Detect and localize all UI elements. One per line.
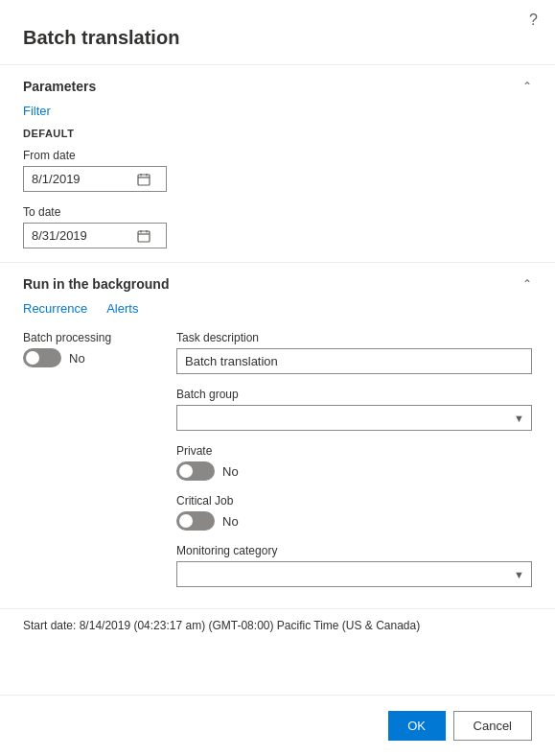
cancel-button[interactable]: Cancel	[453, 711, 532, 741]
to-date-calendar-icon[interactable]	[129, 225, 158, 247]
batch-processing-toggle-row: No	[23, 348, 157, 367]
batch-processing-slider	[23, 348, 61, 367]
critical-job-toggle-label: No	[222, 514, 239, 529]
parameters-title: Parameters	[23, 79, 96, 94]
from-date-field: From date	[23, 149, 532, 192]
from-date-calendar-icon[interactable]	[129, 169, 158, 190]
parameters-section: Parameters ⌃ Filter DEFAULT From date To…	[0, 65, 555, 248]
batch-group-select[interactable]	[176, 405, 532, 431]
batch-group-select-wrapper: ▼	[176, 405, 532, 431]
parameters-header[interactable]: Parameters ⌃	[23, 65, 532, 104]
status-text: Start date: 8/14/2019 (04:23:17 am) (GMT…	[23, 619, 420, 632]
critical-job-label: Critical Job	[176, 494, 532, 508]
batch-processing-label: Batch processing	[23, 331, 157, 344]
from-date-label: From date	[23, 149, 532, 162]
task-description-input[interactable]	[176, 348, 532, 374]
critical-job-slider	[176, 511, 215, 531]
monitoring-category-select[interactable]	[176, 561, 532, 587]
batch-group-label: Batch group	[176, 388, 532, 401]
task-description-label: Task description	[176, 331, 532, 344]
private-toggle-row: No	[176, 461, 532, 481]
run-in-background-chevron-icon: ⌃	[522, 277, 532, 291]
to-date-input-wrapper[interactable]	[23, 223, 167, 248]
private-field: Private No	[176, 444, 532, 481]
svg-rect-4	[138, 231, 150, 242]
run-in-background-header[interactable]: Run in the background ⌃	[23, 263, 532, 301]
monitoring-category-select-wrapper: ▼	[176, 561, 532, 587]
private-toggle-label: No	[222, 464, 239, 479]
run-in-background-section: Run in the background ⌃ Recurrence Alert…	[0, 263, 555, 601]
tab-row: Recurrence Alerts	[23, 301, 532, 316]
to-date-field: To date	[23, 205, 532, 248]
ok-button[interactable]: OK	[388, 711, 446, 741]
batch-processing-row: Batch processing No Task description Bat…	[23, 331, 532, 601]
batch-processing-toggle-label: No	[69, 351, 85, 366]
recurrence-tab[interactable]: Recurrence	[23, 301, 87, 316]
private-slider	[176, 461, 215, 481]
critical-job-toggle-row: No	[176, 511, 532, 531]
footer: OK Cancel	[0, 695, 555, 756]
task-description-field: Task description	[176, 331, 532, 374]
help-icon[interactable]: ?	[529, 12, 538, 29]
to-date-input[interactable]	[24, 224, 129, 248]
private-toggle[interactable]	[176, 461, 215, 481]
batch-group-field: Batch group ▼	[176, 388, 532, 431]
from-date-input[interactable]	[24, 167, 129, 191]
svg-rect-0	[138, 175, 150, 185]
private-label: Private	[176, 444, 532, 458]
alerts-tab[interactable]: Alerts	[106, 301, 138, 316]
batch-processing-toggle[interactable]	[23, 348, 61, 367]
batch-processing-left: Batch processing No	[23, 331, 157, 367]
critical-job-field: Critical Job No	[176, 494, 532, 531]
run-in-background-title: Run in the background	[23, 276, 169, 292]
monitoring-category-label: Monitoring category	[176, 544, 532, 557]
default-label: DEFAULT	[23, 128, 532, 139]
status-bar: Start date: 8/14/2019 (04:23:17 am) (GMT…	[0, 608, 555, 642]
right-col: Task description Batch group ▼ Private	[176, 331, 532, 601]
from-date-input-wrapper[interactable]	[23, 166, 167, 192]
filter-link[interactable]: Filter	[23, 104, 51, 118]
to-date-label: To date	[23, 205, 532, 219]
critical-job-toggle[interactable]	[176, 511, 215, 531]
monitoring-category-field: Monitoring category ▼	[176, 544, 532, 587]
parameters-chevron-icon: ⌃	[522, 80, 532, 93]
page-title: Batch translation	[0, 0, 555, 64]
